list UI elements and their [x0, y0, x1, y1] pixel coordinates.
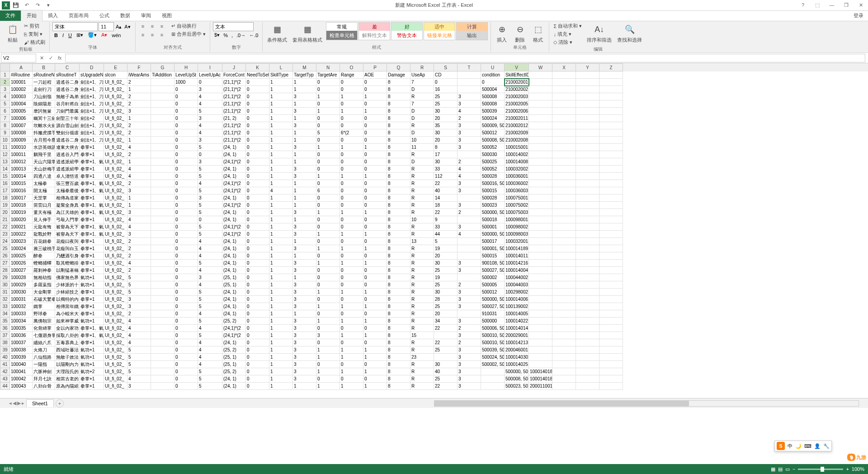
cell[interactable]: 1	[316, 231, 340, 238]
cell[interactable]	[434, 354, 458, 361]
cell[interactable]	[529, 318, 552, 325]
cell[interactable]: 20	[434, 252, 458, 260]
row-header[interactable]: 20	[0, 209, 10, 216]
cell[interactable]	[552, 238, 576, 245]
cell[interactable]: (21,1)*(2	[222, 86, 246, 93]
cell[interactable]: 100032001	[505, 238, 529, 245]
cell[interactable]: 3	[293, 354, 316, 361]
cell[interactable]: 100098001	[505, 216, 529, 223]
cell[interactable]: 7	[410, 100, 434, 108]
cell[interactable]: Range	[340, 71, 363, 79]
cell[interactable]: (25, 1)	[222, 281, 246, 289]
cell[interactable]: 25	[434, 346, 458, 354]
ribbon-collapse-icon[interactable]: ⬚	[812, 2, 823, 8]
cell[interactable]: 30	[434, 129, 458, 137]
cell[interactable]: 500028	[481, 194, 505, 202]
cell[interactable]	[599, 332, 623, 339]
cell[interactable]	[576, 318, 599, 325]
cell[interactable]: 210002012	[505, 122, 529, 129]
cell[interactable]: 0	[246, 122, 269, 129]
cell[interactable]: 7	[410, 79, 434, 86]
cell[interactable]	[481, 383, 505, 390]
cell[interactable]: D	[410, 158, 434, 166]
tab-file[interactable]: 文件	[0, 10, 21, 21]
cell[interactable]: 18	[434, 202, 458, 209]
cell[interactable]	[458, 252, 481, 260]
cell[interactable]: 4	[127, 260, 151, 267]
cell[interactable]: 0	[316, 274, 340, 281]
column-header[interactable]: E	[104, 63, 127, 71]
cell[interactable]: 張三豐百歲	[55, 180, 80, 187]
cell[interactable]: 3	[293, 325, 316, 332]
cell[interactable]: 100005	[10, 108, 33, 115]
cell[interactable]: 500052	[481, 144, 505, 151]
cell[interactable]: 多羅葉指	[33, 281, 55, 289]
cell[interactable]	[529, 202, 552, 209]
row-header[interactable]: 15	[0, 173, 10, 180]
cell[interactable]	[576, 71, 599, 79]
cell[interactable]: 氣功+1	[80, 318, 104, 325]
cell[interactable]: 3	[458, 296, 481, 303]
cell[interactable]: 1	[363, 318, 387, 325]
cell[interactable]: 5	[198, 289, 222, 296]
cell[interactable]	[576, 173, 599, 180]
border-button[interactable]: ⊞▾	[75, 32, 85, 38]
cell[interactable]: 3	[293, 361, 316, 368]
cell[interactable]: 8	[387, 361, 410, 368]
tab-formula[interactable]: 公式	[94, 10, 115, 21]
clear-button[interactable]: ◇清除 ▾	[552, 38, 583, 46]
row-header[interactable]: 40	[0, 354, 10, 361]
cell[interactable]: 100098003	[505, 231, 529, 238]
cell[interactable]	[151, 325, 175, 332]
row-header[interactable]: 37	[0, 332, 10, 339]
cell[interactable]: 3	[458, 354, 481, 361]
cell[interactable]: 4	[198, 100, 222, 108]
cell[interactable]: 210002003	[505, 93, 529, 100]
cell[interactable]: 8	[387, 368, 410, 375]
cell[interactable]: 1	[269, 375, 293, 383]
cell[interactable]	[552, 375, 576, 383]
cell[interactable]	[552, 144, 576, 151]
cell[interactable]: 100016	[10, 187, 33, 194]
cell[interactable]: 1	[269, 194, 293, 202]
cell[interactable]: UI_fi_02_	[104, 79, 127, 86]
column-header[interactable]: G	[151, 63, 175, 71]
cell[interactable]	[151, 361, 175, 368]
cell[interactable]: LevelUpAc	[198, 71, 222, 79]
cell[interactable]: 4	[127, 144, 151, 151]
cell[interactable]: 拳掌+1	[80, 267, 104, 274]
cell[interactable]: 500023, 50	[505, 383, 529, 390]
cell[interactable]: 3	[293, 223, 316, 231]
cell[interactable]: (21,1)*(2	[222, 79, 246, 86]
cell[interactable]: (24,1)*(2	[222, 158, 246, 166]
cell[interactable]: 500015	[481, 187, 505, 194]
cell[interactable]: R	[410, 231, 434, 238]
cell[interactable]: UI_fi_02_	[104, 231, 127, 238]
cell[interactable]: 0	[340, 375, 363, 383]
cell[interactable]: 100014005	[505, 310, 529, 318]
row-header[interactable]: 10	[0, 137, 10, 144]
cell[interactable]: UI_fi_02_	[104, 166, 127, 173]
row-header[interactable]: 30	[0, 281, 10, 289]
cell[interactable]: 0	[175, 202, 198, 209]
cell[interactable]: 1	[269, 245, 293, 252]
cell[interactable]	[576, 122, 599, 129]
cell[interactable]	[576, 325, 599, 332]
cell[interactable]	[599, 129, 623, 137]
cell[interactable]: 0	[175, 216, 198, 223]
cell[interactable]: 100018	[10, 202, 33, 209]
cell[interactable]: 4	[458, 173, 481, 180]
cell[interactable]: 逍遙谷二身	[55, 86, 80, 93]
cell[interactable]: UI_fi_02_	[104, 93, 127, 100]
cell[interactable]: 500008	[481, 93, 505, 100]
cell[interactable]: 3	[198, 115, 222, 122]
cell[interactable]: 0	[175, 260, 198, 267]
cell[interactable]: 500030	[481, 151, 505, 158]
cell[interactable]: 3	[127, 383, 151, 390]
cell[interactable]: 乃醺酒引身	[55, 252, 80, 260]
cell[interactable]: 8	[387, 383, 410, 390]
cell[interactable]: R	[410, 375, 434, 383]
cell[interactable]: 5	[198, 209, 222, 216]
cell[interactable]	[552, 115, 576, 122]
cell[interactable]: (24,1)*(2	[222, 325, 246, 332]
